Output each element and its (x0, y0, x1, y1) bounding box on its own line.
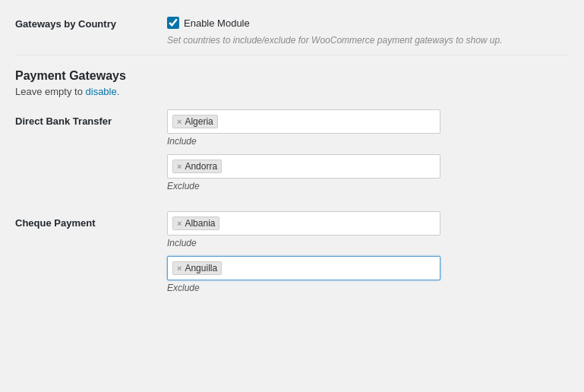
enable-module-label[interactable]: Enable Module (184, 17, 250, 29)
tag-andorra: × Andorra (172, 160, 222, 173)
include-input-cheque[interactable]: × Albania (167, 211, 440, 236)
exclude-input-direct-bank[interactable]: × Andorra (167, 154, 440, 179)
tag-remove-algeria[interactable]: × (177, 118, 182, 126)
payment-gateways-block: Payment Gateways Leave empty to disable.… (15, 69, 569, 301)
exclude-label-direct-bank: Exclude (167, 181, 569, 191)
enable-module-row: Enable Module (167, 17, 569, 29)
tag-remove-albania[interactable]: × (177, 220, 182, 228)
exclude-input-cheque[interactable]: × Anguilla (167, 256, 440, 280)
field-group-exclude-direct-bank: × Andorra Exclude (167, 154, 569, 191)
include-label-direct-bank: Include (167, 136, 569, 147)
tag-label-anguilla: Anguilla (185, 263, 217, 273)
disable-link[interactable]: disable. (86, 86, 120, 97)
gateway-row-cheque: Cheque Payment × Albania Include × Angui… (15, 211, 569, 301)
gateway-fields-direct-bank: × Algeria Include × Andorra Exclude (167, 109, 569, 199)
leave-empty-text: Leave empty to disable. (15, 86, 569, 97)
section-content: Enable Module Set countries to include/e… (167, 17, 569, 47)
tag-label-andorra: Andorra (185, 161, 217, 172)
payment-gateways-heading: Payment Gateways (15, 69, 569, 83)
field-group-include-direct-bank: × Algeria Include (167, 109, 569, 147)
tag-remove-andorra[interactable]: × (177, 163, 182, 171)
gateway-name-direct-bank: Direct Bank Transfer (15, 109, 167, 127)
gateway-row-direct-bank: Direct Bank Transfer × Algeria Include ×… (15, 109, 569, 199)
tag-algeria: × Algeria (172, 115, 218, 128)
field-group-exclude-cheque: × Anguilla Exclude (167, 256, 569, 293)
gateways-by-country-section: Gateways by Country Enable Module Set co… (15, 9, 569, 55)
gateway-fields-cheque: × Albania Include × Anguilla Exclude (167, 211, 569, 301)
field-group-include-cheque: × Albania Include (167, 211, 569, 248)
tag-label-albania: Albania (185, 218, 215, 229)
include-label-cheque: Include (167, 238, 569, 248)
gateway-name-cheque: Cheque Payment (15, 211, 167, 229)
leave-empty-static: Leave empty to (15, 86, 83, 97)
tag-albania: × Albania (172, 217, 219, 230)
tag-remove-anguilla[interactable]: × (177, 264, 182, 273)
tag-label-algeria: Algeria (185, 116, 213, 127)
enable-module-checkbox[interactable] (167, 17, 179, 29)
tag-anguilla: × Anguilla (172, 261, 222, 275)
section-label: Gateways by Country (15, 17, 167, 30)
include-input-direct-bank[interactable]: × Algeria (167, 109, 440, 134)
module-description: Set countries to include/exclude for Woo… (167, 33, 569, 47)
exclude-label-cheque: Exclude (167, 283, 569, 293)
